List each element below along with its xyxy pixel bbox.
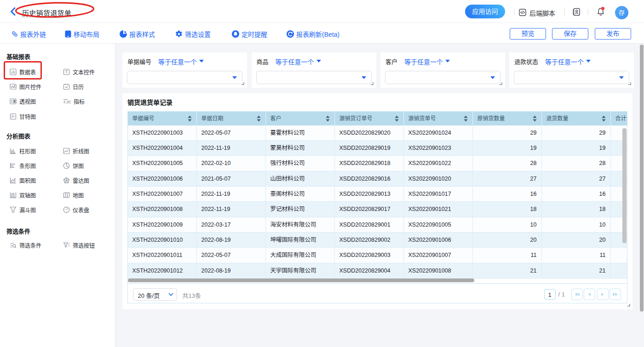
svg-text:4,80: 4,80 — [63, 100, 71, 104]
